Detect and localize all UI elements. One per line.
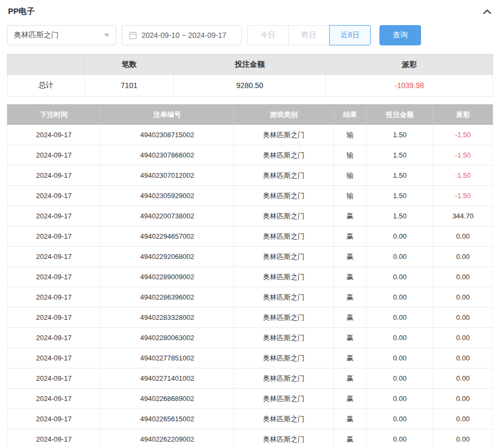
bets-table-header-row: 下注时间 注单编号 游戏类别 结果 投注金额 派彩: [7, 105, 493, 125]
table-row: 2024-09-17 49402289009002 奥林匹斯之门 赢 0.00 …: [7, 267, 493, 287]
cell-bet-time: 2024-09-17: [7, 348, 101, 368]
table-row: 2024-09-17 49402262209002 奥林匹斯之门 赢 0.00 …: [7, 429, 493, 448]
cell-order-number: 49402308715002: [100, 125, 234, 145]
cell-bet-time: 2024-09-17: [7, 389, 101, 409]
cell-game-category: 奥林匹斯之门: [234, 308, 334, 328]
game-select[interactable]: 奥林匹斯之门: [7, 25, 116, 45]
cell-payout: 0.00: [433, 348, 493, 368]
summary-total-row: 总计 7101 9280.50 -1039.98: [7, 75, 493, 97]
column-header-order-number: 注单编号: [100, 105, 234, 125]
table-row: 2024-09-17 49402268689002 奥林匹斯之门 赢 0.00 …: [7, 389, 493, 409]
cell-game-category: 奥林匹斯之门: [234, 206, 334, 226]
date-range-picker[interactable]: 2024-09-10 ~ 2024-09-17: [122, 25, 242, 45]
cell-game-category: 奥林匹斯之门: [234, 226, 334, 247]
cell-result: 赢: [334, 226, 367, 247]
cell-payout: -1.50: [433, 145, 493, 166]
cell-game-category: 奥林匹斯之门: [234, 166, 334, 186]
cell-order-number: 49402289009002: [100, 267, 234, 287]
table-row: 2024-09-17 49402200738002 奥林匹斯之门 赢 1.50 …: [7, 206, 493, 226]
quick-range-button-group: 今日 昨日 近8日: [247, 25, 371, 45]
cell-game-category: 奥林匹斯之门: [234, 328, 334, 348]
summary-header-row: 笔数 投注金额 派彩: [7, 54, 493, 75]
cell-payout: 0.00: [433, 368, 493, 389]
cell-bet-time: 2024-09-17: [7, 267, 101, 287]
cell-bet-time: 2024-09-17: [7, 186, 101, 206]
cell-result: 输: [334, 166, 367, 186]
bets-table-body: 2024-09-17 49402308715002 奥林匹斯之门 输 1.50 …: [7, 125, 493, 448]
cell-payout: 344.70: [433, 206, 493, 226]
summary-total-payout: -1039.98: [326, 75, 493, 97]
table-row: 2024-09-17 49402305929002 奥林匹斯之门 输 1.50 …: [7, 186, 493, 206]
cell-game-category: 奥林匹斯之门: [234, 145, 334, 166]
cell-order-number: 49402305929002: [100, 186, 234, 206]
cell-game-category: 奥林匹斯之门: [234, 429, 334, 448]
column-header-bet-time: 下注时间: [7, 105, 101, 125]
table-row: 2024-09-17 49402294657002 奥林匹斯之门 赢 0.00 …: [7, 226, 493, 247]
last-8-days-button[interactable]: 近8日: [329, 25, 371, 45]
cell-bet-amount: 0.00: [367, 429, 433, 448]
cell-order-number: 49402286396002: [100, 287, 234, 308]
cell-result: 输: [334, 125, 367, 145]
cell-bet-amount: 0.00: [367, 287, 433, 308]
cell-result: 赢: [334, 328, 367, 348]
cell-game-category: 奥林匹斯之门: [234, 409, 334, 429]
cell-order-number: 49402200738002: [100, 206, 234, 226]
cell-game-category: 奥林匹斯之门: [234, 247, 334, 267]
table-row: 2024-09-17 49402277851002 奥林匹斯之门 赢 0.00 …: [7, 348, 493, 368]
cell-order-number: 49402294657002: [100, 226, 234, 247]
summary-header-blank: [7, 54, 85, 75]
cell-payout: 0.00: [433, 267, 493, 287]
cell-game-category: 奥林匹斯之门: [234, 348, 334, 368]
cell-order-number: 49402277851002: [100, 348, 234, 368]
summary-table: 笔数 投注金额 派彩 总计 7101 9280.50 -1039.98: [7, 54, 493, 97]
cell-payout: 0.00: [433, 226, 493, 247]
cell-bet-amount: 0.00: [367, 308, 433, 328]
cell-payout: 0.00: [433, 429, 493, 448]
cell-result: 赢: [334, 348, 367, 368]
cell-payout: 0.00: [433, 287, 493, 308]
cell-payout: 0.00: [433, 389, 493, 409]
cell-bet-time: 2024-09-17: [7, 247, 101, 267]
cell-order-number: 49402283328002: [100, 308, 234, 328]
table-row: 2024-09-17 49402271401002 奥林匹斯之门 赢 0.00 …: [7, 368, 493, 389]
table-row: 2024-09-17 49402286396002 奥林匹斯之门 赢 0.00 …: [7, 287, 493, 308]
today-button[interactable]: 今日: [247, 25, 289, 45]
query-button[interactable]: 查询: [379, 25, 421, 45]
summary-header-bet-amount: 投注金额: [174, 54, 326, 75]
summary-total-bet-amount: 9280.50: [174, 75, 326, 97]
cell-bet-amount: 0.00: [367, 267, 433, 287]
cell-bet-amount: 0.00: [367, 247, 433, 267]
cell-bet-time: 2024-09-17: [7, 409, 101, 429]
cell-bet-time: 2024-09-17: [7, 145, 101, 166]
column-header-payout: 派彩: [433, 105, 493, 125]
table-row: 2024-09-17 49402292068002 奥林匹斯之门 赢 0.00 …: [7, 247, 493, 267]
cell-bet-time: 2024-09-17: [7, 125, 101, 145]
cell-game-category: 奥林匹斯之门: [234, 389, 334, 409]
cell-order-number: 49402307012002: [100, 166, 234, 186]
date-range-value: 2024-09-10 ~ 2024-09-17: [141, 31, 226, 40]
cell-bet-amount: 1.50: [367, 186, 433, 206]
cell-bet-time: 2024-09-17: [7, 226, 101, 247]
table-row: 2024-09-17 49402283328002 奥林匹斯之门 赢 0.00 …: [7, 308, 493, 328]
chevron-up-icon[interactable]: [482, 8, 492, 15]
cell-order-number: 49402262209002: [100, 429, 234, 448]
summary-header-payout: 派彩: [326, 54, 493, 75]
cell-bet-time: 2024-09-17: [7, 287, 101, 308]
yesterday-button[interactable]: 昨日: [288, 25, 330, 45]
cell-result: 赢: [334, 287, 367, 308]
cell-game-category: 奥林匹斯之门: [234, 267, 334, 287]
cell-result: 赢: [334, 368, 367, 389]
cell-payout: -1.50: [433, 186, 493, 206]
table-row: 2024-09-17 49402280063002 奥林匹斯之门 赢 0.00 …: [7, 328, 493, 348]
cell-bet-time: 2024-09-17: [7, 166, 101, 186]
calendar-icon: [129, 31, 137, 40]
cell-bet-amount: 0.00: [367, 389, 433, 409]
cell-result: 赢: [334, 247, 367, 267]
cell-order-number: 49402280063002: [100, 328, 234, 348]
cell-result: 赢: [334, 429, 367, 448]
cell-order-number: 49402292068002: [100, 247, 234, 267]
cell-game-category: 奥林匹斯之门: [234, 287, 334, 308]
cell-result: 赢: [334, 206, 367, 226]
summary-total-count: 7101: [84, 75, 173, 97]
cell-bet-amount: 1.50: [367, 206, 433, 226]
